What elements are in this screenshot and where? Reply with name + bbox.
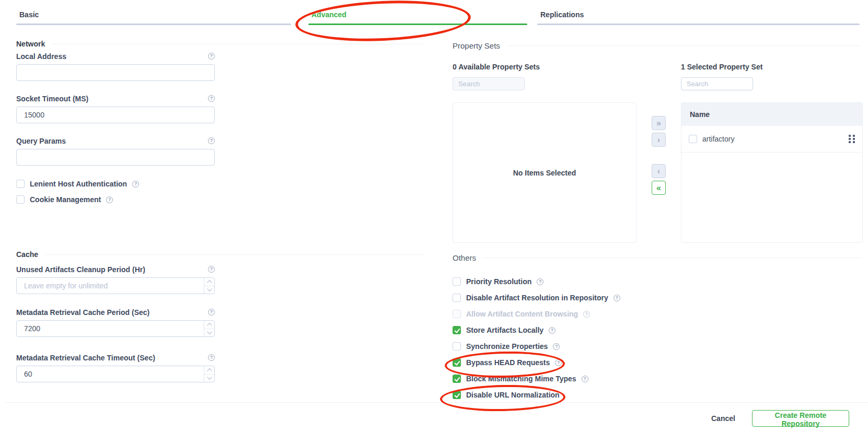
checkbox-label: Synchronize Properties	[466, 342, 548, 351]
checkbox[interactable]	[453, 342, 461, 351]
field-label: Query Params	[16, 137, 66, 145]
help-icon[interactable]: ?	[208, 95, 215, 102]
tab-label: Advanced	[311, 10, 346, 19]
help-icon[interactable]: ?	[208, 309, 215, 316]
checkbox[interactable]	[453, 391, 461, 399]
help-icon[interactable]: ?	[537, 278, 543, 285]
metadata-cache-timeout-input[interactable]	[16, 366, 215, 382]
checkbox-label: Block Mismatching Mime Types	[466, 375, 576, 383]
move-all-right-button[interactable]: »	[652, 116, 666, 130]
footer-divider	[5, 402, 868, 403]
checkbox[interactable]	[453, 294, 461, 302]
help-icon[interactable]: ?	[208, 137, 215, 144]
create-remote-repository-button[interactable]: Create Remote Repository	[752, 410, 849, 427]
field-label: Local Address	[16, 52, 66, 61]
checkbox-label: Bypass HEAD Requests	[466, 358, 550, 367]
tab-label: Basic	[19, 10, 39, 19]
checkbox-bypass-head-requests[interactable]: Bypass HEAD Requests ?	[453, 358, 562, 367]
checkbox-lenient-host-authentication[interactable]: Lenient Host Authentication ?	[16, 180, 139, 188]
field-label: Metadata Retrieval Cache Period (Sec)	[16, 308, 149, 317]
available-property-sets-label: 0 Available Property Sets	[453, 63, 540, 71]
checkbox-label: Priority Resolution	[466, 277, 531, 286]
section-network: Network	[16, 39, 424, 49]
move-all-left-button[interactable]: «	[652, 181, 666, 195]
field-socket-timeout: Socket Timeout (MS) ?	[16, 94, 215, 123]
tab-replications[interactable]: Replications	[537, 0, 860, 26]
selected-property-sets-label: 1 Selected Property Set	[681, 63, 762, 71]
checkbox-synchronize-properties[interactable]: Synchronize Properties ?	[453, 342, 560, 351]
table-header-name: Name	[681, 103, 862, 126]
checkbox[interactable]	[453, 277, 461, 286]
tab-underline	[537, 24, 860, 25]
help-icon[interactable]: ?	[208, 266, 215, 273]
checkbox[interactable]	[16, 195, 25, 204]
section-divider	[483, 258, 861, 258]
spinner-up-icon[interactable]	[204, 321, 214, 329]
help-icon[interactable]: ?	[582, 376, 588, 382]
help-icon[interactable]: ?	[549, 327, 555, 334]
selected-property-sets-panel: Name artifactory	[681, 102, 863, 243]
checkbox-store-artifacts-locally[interactable]: Store Artifacts Locally ?	[453, 326, 555, 334]
section-divider	[52, 44, 424, 44]
help-icon[interactable]: ?	[106, 196, 113, 203]
selected-search-input[interactable]	[681, 77, 753, 90]
field-metadata-cache-period: Metadata Retrieval Cache Period (Sec) ?	[16, 308, 215, 337]
field-unused-artifacts-cleanup: Unused Artifacts Cleanup Period (Hr) ?	[16, 265, 215, 294]
tab-basic[interactable]: Basic	[16, 0, 291, 26]
checkbox-block-mismatching-mime-types[interactable]: Block Mismatching Mime Types ?	[453, 375, 588, 383]
help-icon[interactable]: ?	[555, 359, 562, 366]
available-property-sets-panel: No Items Selected	[453, 102, 636, 243]
field-label: Unused Artifacts Cleanup Period (Hr)	[16, 265, 145, 274]
spinner-down-icon[interactable]	[204, 329, 214, 337]
checkbox-cookie-management[interactable]: Cookie Management ?	[16, 195, 113, 204]
row-name: artifactory	[702, 135, 734, 143]
tab-label: Replications	[540, 10, 584, 19]
spinner-up-icon[interactable]	[204, 366, 214, 375]
help-icon[interactable]: ?	[614, 295, 620, 301]
query-params-input[interactable]	[16, 149, 215, 166]
section-divider	[45, 254, 424, 255]
number-spinner[interactable]	[204, 321, 214, 336]
checkbox-label: Store Artifacts Locally	[466, 326, 543, 334]
section-property-sets: Property Sets	[453, 41, 861, 50]
local-address-input[interactable]	[16, 64, 215, 81]
move-right-button[interactable]: ›	[652, 133, 666, 147]
checkbox[interactable]	[453, 358, 461, 367]
number-spinner[interactable]	[204, 366, 214, 382]
property-set-row-artifactory[interactable]: artifactory	[681, 126, 862, 153]
cancel-button[interactable]: Cancel	[704, 412, 743, 425]
section-cache: Cache	[16, 250, 424, 259]
section-title: Others	[453, 253, 476, 262]
tab-underline	[16, 24, 291, 25]
row-checkbox[interactable]	[689, 135, 697, 143]
help-icon[interactable]: ?	[132, 181, 139, 188]
checkbox-disable-url-normalization[interactable]: Disable URL Normalization	[453, 391, 560, 399]
drag-handle-icon[interactable]	[849, 135, 855, 143]
checkbox[interactable]	[453, 326, 461, 334]
help-icon[interactable]: ?	[553, 343, 560, 350]
checkbox-allow-artifact-content-browsing: Allow Artifact Content Browsing ?	[453, 310, 590, 318]
number-spinner[interactable]	[204, 278, 214, 294]
field-label: Socket Timeout (MS)	[16, 95, 88, 103]
spinner-down-icon[interactable]	[204, 375, 214, 382]
unused-artifacts-cleanup-input[interactable]	[16, 277, 215, 294]
checkbox-disable-artifact-resolution[interactable]: Disable Artifact Resolution in Repositor…	[453, 294, 620, 302]
checkbox[interactable]	[16, 180, 25, 188]
empty-state-text: No Items Selected	[513, 169, 576, 177]
socket-timeout-input[interactable]	[16, 107, 215, 123]
section-title: Property Sets	[453, 41, 500, 50]
move-left-button[interactable]: ‹	[652, 164, 666, 178]
tab-advanced[interactable]: Advanced	[308, 0, 527, 26]
spinner-down-icon[interactable]	[204, 286, 214, 294]
checkbox[interactable]	[453, 375, 461, 383]
checkbox-label: Disable URL Normalization	[466, 391, 560, 399]
spinner-up-icon[interactable]	[204, 278, 214, 286]
checkbox-priority-resolution[interactable]: Priority Resolution ?	[453, 277, 543, 286]
available-search-input[interactable]	[453, 77, 525, 90]
checkbox-label: Cookie Management	[30, 195, 101, 204]
section-title: Network	[16, 40, 45, 48]
help-icon[interactable]: ?	[208, 53, 215, 60]
checkbox-label: Disable Artifact Resolution in Repositor…	[466, 294, 608, 302]
help-icon[interactable]: ?	[208, 354, 215, 361]
metadata-cache-period-input[interactable]	[16, 320, 215, 337]
